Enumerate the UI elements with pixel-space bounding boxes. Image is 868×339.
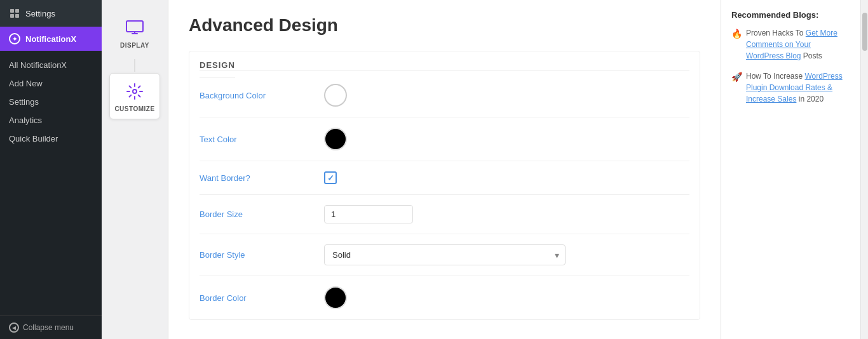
- border-color-swatch[interactable]: [324, 286, 347, 309]
- border-size-row: Border Size: [200, 195, 689, 234]
- svg-rect-2: [10, 14, 14, 18]
- step-display[interactable]: DISPLAY: [109, 10, 160, 55]
- settings-label: Settings: [25, 9, 55, 18]
- steps-panel: DISPLAY CUSTOMIZE: [102, 0, 168, 339]
- collapse-label: Collapse menu: [23, 323, 74, 332]
- add-new-label: Add New: [9, 79, 43, 88]
- sidebar-item-add-new[interactable]: Add New: [0, 74, 102, 93]
- background-color-swatch[interactable]: [324, 84, 347, 107]
- recommended-blogs-title: Recommended Blogs:: [731, 10, 850, 20]
- sidebar-menu: All NotificationX Add New Settings Analy…: [0, 51, 102, 316]
- text-color-swatch[interactable]: [324, 128, 347, 150]
- blog-1-text-before: Proven Hacks To: [746, 29, 806, 37]
- background-color-row: Background Color: [200, 74, 689, 117]
- settings-item-label: Settings: [9, 97, 39, 107]
- collapse-menu-button[interactable]: ◀ Collapse menu: [0, 316, 102, 339]
- want-border-row: Want Border? ✓: [200, 161, 689, 195]
- border-size-input[interactable]: [324, 205, 413, 223]
- sidebar-item-settings[interactable]: Settings: [0, 93, 102, 111]
- want-border-checkbox[interactable]: ✓: [324, 171, 337, 184]
- display-label: DISPLAY: [120, 42, 149, 49]
- rocket-icon: 🚀: [731, 70, 742, 105]
- svg-rect-4: [126, 21, 143, 32]
- svg-rect-3: [15, 14, 19, 18]
- blog-item-2: 🚀 How To Increase WordPress Plugin Downl…: [731, 70, 850, 105]
- nx-label: NotificationX: [25, 34, 76, 44]
- blog-2-text: How To Increase WordPress Plugin Downloa…: [746, 70, 850, 105]
- collapse-icon: ◀: [9, 322, 19, 333]
- customize-icon: [123, 80, 146, 103]
- nx-icon: ✦: [9, 33, 20, 44]
- section-label: DESIGN: [200, 60, 235, 78]
- svg-rect-0: [10, 9, 14, 13]
- border-style-control[interactable]: Solid Dashed Dotted Double ▾: [324, 244, 566, 265]
- border-style-label: Border Style: [200, 250, 314, 260]
- notificationx-menu-item[interactable]: ✦ NotificationX: [0, 27, 102, 51]
- quick-builder-label: Quick Builder: [9, 134, 58, 143]
- fire-icon: 🔥: [731, 27, 742, 62]
- right-sidebar: Recommended Blogs: 🔥 Proven Hacks To Get…: [721, 0, 860, 339]
- blog-2-text-after: in 2020: [796, 95, 824, 103]
- scrollbar-track[interactable]: [860, 0, 868, 339]
- background-color-control[interactable]: [324, 84, 347, 107]
- analytics-label: Analytics: [9, 116, 42, 125]
- sidebar-item-analytics[interactable]: Analytics: [0, 111, 102, 130]
- border-style-select[interactable]: Solid Dashed Dotted Double: [324, 244, 566, 265]
- settings-menu-item[interactable]: Settings: [0, 0, 102, 27]
- blog-1-text-after: Posts: [801, 51, 822, 60]
- border-size-control[interactable]: [324, 205, 413, 223]
- background-color-label: Background Color: [200, 91, 314, 100]
- sidebar-item-quick-builder[interactable]: Quick Builder: [0, 130, 102, 148]
- page-title: Advanced Design: [189, 15, 700, 36]
- text-color-row: Text Color: [200, 117, 689, 161]
- blog-2-text-before: How To Increase: [746, 72, 805, 81]
- customize-label: CUSTOMIZE: [114, 105, 154, 112]
- checkmark-icon: ✓: [327, 173, 334, 183]
- border-size-label: Border Size: [200, 209, 314, 219]
- border-color-label: Border Color: [200, 293, 314, 303]
- svg-rect-5: [132, 33, 138, 34]
- design-section: DESIGN Background Color Text Color Want …: [189, 51, 700, 320]
- step-connector: [134, 59, 135, 72]
- blog-1-text: Proven Hacks To Get More Comments on You…: [746, 27, 850, 62]
- scrollbar-thumb[interactable]: [862, 13, 867, 51]
- border-color-control[interactable]: [324, 286, 347, 309]
- want-border-label: Want Border?: [200, 173, 314, 183]
- want-border-control[interactable]: ✓: [324, 171, 337, 184]
- sidebar: Settings ✦ NotificationX All Notificatio…: [0, 0, 102, 339]
- all-notificationx-label: All NotificationX: [9, 60, 67, 70]
- border-style-row: Border Style Solid Dashed Dotted Double …: [200, 234, 689, 276]
- border-color-row: Border Color: [200, 276, 689, 319]
- text-color-label: Text Color: [200, 135, 314, 144]
- grid-icon: [9, 8, 20, 19]
- sidebar-item-all[interactable]: All NotificationX: [0, 56, 102, 74]
- step-customize[interactable]: CUSTOMIZE: [109, 73, 160, 119]
- main-content: Advanced Design DESIGN Background Color …: [168, 0, 721, 339]
- blog-item-1: 🔥 Proven Hacks To Get More Comments on Y…: [731, 27, 850, 62]
- svg-rect-1: [15, 9, 19, 13]
- border-style-select-wrapper: Solid Dashed Dotted Double ▾: [324, 244, 566, 265]
- svg-point-7: [133, 90, 137, 93]
- text-color-control[interactable]: [324, 128, 347, 150]
- display-icon: [123, 17, 146, 39]
